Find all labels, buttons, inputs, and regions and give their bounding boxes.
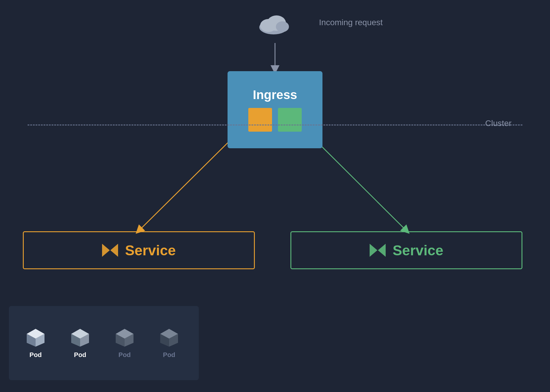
pod-label-3: Pod [118, 351, 131, 359]
diagram-container: Incoming request Ingress Cluster Service… [0, 0, 550, 392]
cloud-icon [257, 12, 293, 36]
svg-marker-9 [370, 244, 377, 257]
pod-section: Pod Pod Pod [9, 306, 199, 380]
service-orange-icon [102, 244, 118, 257]
ingress-icon-green [278, 108, 302, 132]
ingress-icon-orange [248, 108, 272, 132]
ingress-box: Ingress [228, 71, 322, 148]
ingress-icons-row [248, 108, 302, 132]
cluster-label: Cluster [485, 119, 512, 128]
pod-item-2: Pod [62, 327, 98, 359]
pod-item-3: Pod [107, 327, 142, 359]
service-orange-label: Service [125, 242, 176, 259]
pod-item-4: Pod [151, 327, 187, 359]
svg-point-6 [276, 21, 289, 32]
service-orange-box: Service [23, 231, 255, 269]
svg-marker-7 [102, 244, 110, 257]
pod-icon-1 [25, 327, 46, 348]
pod-item-1: Pod [18, 327, 53, 359]
cluster-boundary-line [28, 125, 523, 125]
pod-label-4: Pod [163, 351, 175, 359]
pod-icon-3 [114, 327, 135, 348]
pod-icon-4 [159, 327, 179, 348]
service-green-label: Service [393, 242, 444, 259]
incoming-request-label: Incoming request [319, 18, 383, 27]
svg-marker-8 [110, 244, 118, 257]
pod-label-1: Pod [29, 351, 42, 359]
pod-label-2: Pod [74, 351, 86, 359]
service-green-box: Service [290, 231, 522, 269]
service-green-icon [370, 244, 386, 257]
pod-icon-2 [70, 327, 90, 348]
svg-marker-10 [378, 244, 386, 257]
ingress-title: Ingress [253, 88, 297, 102]
